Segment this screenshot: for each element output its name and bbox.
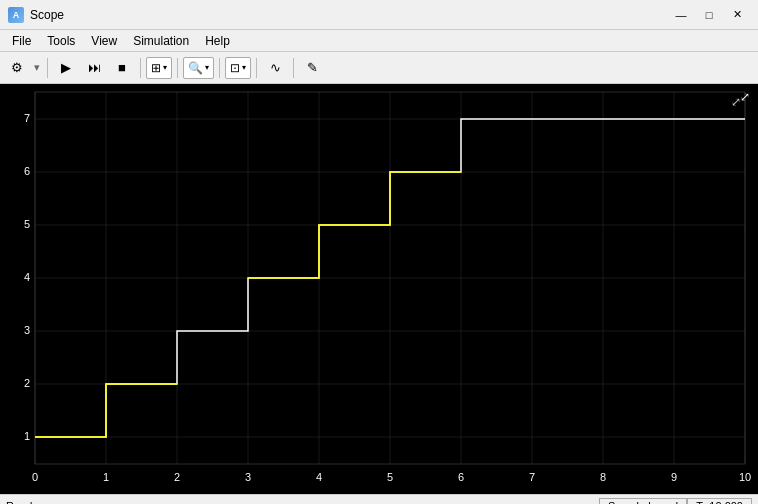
axes-dropdown[interactable]: ⊡ ▾ bbox=[225, 57, 251, 79]
plot-svg: 7 6 5 4 3 2 1 0 1 2 3 4 5 6 7 8 9 10 ⤢ bbox=[0, 84, 758, 494]
y-label-1: 1 bbox=[24, 430, 30, 442]
y-label-7: 7 bbox=[24, 112, 30, 124]
status-right-group: Sample based T=10.000 bbox=[599, 498, 752, 505]
y-label-2: 2 bbox=[24, 377, 30, 389]
zoom-dropdown[interactable]: 🔍 ▾ bbox=[183, 57, 214, 79]
x-label-0: 0 bbox=[32, 471, 38, 483]
close-button[interactable]: ✕ bbox=[724, 6, 750, 24]
toolbar: ⚙ ▾ ▶ ⏭ ■ ⊞ ▾ 🔍 ▾ ⊡ ▾ ∿ ✎ bbox=[0, 52, 758, 84]
y-label-4: 4 bbox=[24, 271, 30, 283]
y-label-5: 5 bbox=[24, 218, 30, 230]
x-label-10: 10 bbox=[739, 471, 751, 483]
x-label-5: 5 bbox=[387, 471, 393, 483]
stop-button[interactable]: ■ bbox=[109, 56, 135, 80]
x-label-6: 6 bbox=[458, 471, 464, 483]
window-controls: — □ ✕ bbox=[668, 6, 750, 24]
toolbar-sep-3 bbox=[177, 58, 178, 78]
settings-button[interactable]: ⚙ bbox=[4, 56, 30, 80]
app-icon: A bbox=[8, 7, 24, 23]
expand-icon[interactable]: ⤢ bbox=[740, 90, 750, 104]
cursor-button[interactable]: ✎ bbox=[299, 56, 325, 80]
menu-help[interactable]: Help bbox=[197, 32, 238, 50]
time-badge: T=10.000 bbox=[687, 498, 752, 505]
window-title: Scope bbox=[30, 8, 64, 22]
menu-file[interactable]: File bbox=[4, 32, 39, 50]
menu-bar: File Tools View Simulation Help bbox=[0, 30, 758, 52]
y-label-3: 3 bbox=[24, 324, 30, 336]
run-button[interactable]: ▶ bbox=[53, 56, 79, 80]
menu-tools[interactable]: Tools bbox=[39, 32, 83, 50]
layout-dropdown[interactable]: ⊞ ▾ bbox=[146, 57, 172, 79]
status-ready: Ready bbox=[6, 500, 38, 505]
x-label-1: 1 bbox=[103, 471, 109, 483]
toolbar-sep-6 bbox=[293, 58, 294, 78]
x-label-2: 2 bbox=[174, 471, 180, 483]
toolbar-sep-1 bbox=[47, 58, 48, 78]
menu-simulation[interactable]: Simulation bbox=[125, 32, 197, 50]
title-bar: A Scope — □ ✕ bbox=[0, 0, 758, 30]
x-label-7: 7 bbox=[529, 471, 535, 483]
toolbar-sep-2 bbox=[140, 58, 141, 78]
toolbar-sep-4 bbox=[219, 58, 220, 78]
x-label-9: 9 bbox=[671, 471, 677, 483]
step-button[interactable]: ⏭ bbox=[81, 56, 107, 80]
menu-view[interactable]: View bbox=[83, 32, 125, 50]
status-bar: Ready Sample based T=10.000 bbox=[0, 494, 758, 504]
x-label-3: 3 bbox=[245, 471, 251, 483]
scope-area: ⤢ 7 6 5 bbox=[0, 84, 758, 494]
sample-based-badge: Sample based bbox=[599, 498, 687, 505]
toolbar-sep-5 bbox=[256, 58, 257, 78]
x-label-4: 4 bbox=[316, 471, 322, 483]
y-label-6: 6 bbox=[24, 165, 30, 177]
x-label-8: 8 bbox=[600, 471, 606, 483]
signal-button[interactable]: ∿ bbox=[262, 56, 288, 80]
minimize-button[interactable]: — bbox=[668, 6, 694, 24]
maximize-button[interactable]: □ bbox=[696, 6, 722, 24]
